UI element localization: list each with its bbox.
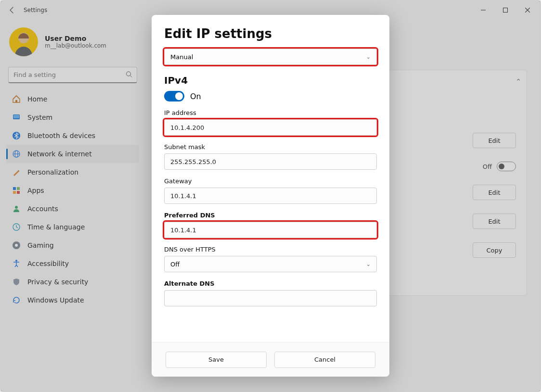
chevron-down-icon: ⌄ [366, 54, 371, 60]
subnet-mask-label: Subnet mask [164, 143, 377, 151]
edit-ip-settings-dialog: Edit IP settings Manual ⌄ IPv4 On IP add… [152, 15, 389, 377]
ip-mode-select[interactable]: Manual ⌄ [164, 49, 377, 65]
ip-address-input[interactable] [164, 119, 377, 136]
preferred-dns-input[interactable] [164, 222, 377, 238]
dns-over-https-select[interactable]: Off ⌄ [164, 256, 377, 272]
ipv4-heading: IPv4 [164, 75, 377, 86]
dns-over-https-label: DNS over HTTPS [164, 246, 377, 253]
alternate-dns-label: Alternate DNS [164, 280, 377, 287]
save-button[interactable]: Save [166, 352, 267, 368]
dialog-footer: Save Cancel [152, 342, 389, 377]
cancel-button[interactable]: Cancel [274, 352, 375, 368]
settings-window: Settings User Demo m__lab@outlook.com [0, 0, 541, 392]
ipv4-toggle-label: On [190, 92, 201, 101]
gateway-label: Gateway [164, 177, 377, 185]
ip-address-label: IP address [164, 109, 377, 116]
ip-mode-value: Manual [170, 53, 193, 61]
dialog-title: Edit IP settings [164, 26, 377, 41]
subnet-mask-input[interactable] [164, 153, 377, 170]
dns-over-https-value: Off [170, 261, 180, 268]
alternate-dns-input[interactable] [164, 290, 377, 306]
preferred-dns-label: Preferred DNS [164, 212, 377, 219]
gateway-input[interactable] [164, 188, 377, 204]
chevron-down-icon: ⌄ [366, 261, 371, 267]
modal-overlay: Edit IP settings Manual ⌄ IPv4 On IP add… [0, 0, 541, 392]
ipv4-toggle[interactable] [164, 91, 184, 101]
